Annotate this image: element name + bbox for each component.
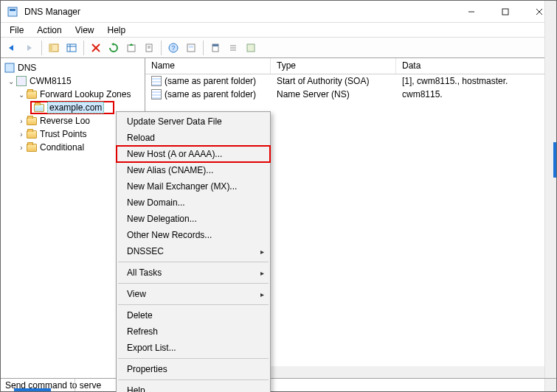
tree-label: Conditional — [40, 142, 84, 153]
svg-rect-22 — [212, 44, 218, 46]
show-hide-tree-button[interactable] — [46, 40, 62, 56]
tree-label: Trust Points — [40, 129, 87, 139]
toolbar-separator — [203, 41, 204, 55]
tree-label: Reverse Loo — [40, 116, 90, 126]
toolbar: ? — [1, 38, 556, 58]
cm-separator — [118, 304, 269, 305]
svg-rect-0 — [8, 7, 17, 16]
status-separator — [75, 379, 75, 391]
svg-rect-3 — [502, 9, 508, 15]
record-icon — [151, 89, 162, 99]
cm-help[interactable]: Help — [117, 382, 270, 392]
expand-icon[interactable]: › — [17, 130, 26, 139]
svg-rect-26 — [247, 44, 255, 52]
toolbar-separator — [83, 41, 84, 55]
tree-zone-example[interactable]: example.com — [30, 101, 114, 114]
cm-dnssec[interactable]: DNSSEC — [117, 243, 270, 259]
toolbar-separator — [161, 41, 162, 55]
svg-rect-1 — [10, 9, 15, 11]
tree-label: CWM8115 — [30, 76, 72, 86]
dns-app-icon — [7, 6, 18, 18]
tree-forward-zones[interactable]: ⌄ Forward Lookup Zones — [1, 88, 145, 101]
filter-button[interactable] — [207, 40, 224, 56]
expand-icon[interactable]: › — [17, 144, 26, 152]
tree-root-dns[interactable]: DNS — [1, 61, 145, 74]
folder-icon — [26, 115, 38, 127]
main-body: DNS ⌄ CWM8115 ⌄ Forward Lookup Zones exa… — [1, 58, 556, 378]
column-type[interactable]: Type — [271, 58, 396, 74]
cm-separator — [118, 358, 269, 359]
server-icon — [15, 75, 27, 87]
cm-separator — [118, 283, 269, 284]
cell-data: cwm8115. — [396, 89, 556, 99]
record-icon — [151, 76, 162, 86]
tree-server[interactable]: ⌄ CWM8115 — [1, 74, 145, 88]
menubar: File Action View Help — [1, 23, 556, 38]
cm-separator — [118, 379, 269, 380]
list-row[interactable]: (same as parent folder) Start of Authori… — [145, 74, 556, 88]
export-button[interactable] — [123, 40, 139, 56]
titlebar: DNS Manager — [1, 1, 556, 23]
cm-new-mx[interactable]: New Mail Exchanger (MX)... — [117, 178, 270, 195]
cm-properties[interactable]: Properties — [117, 361, 270, 377]
menu-view[interactable]: View — [69, 24, 100, 37]
cell-type: Start of Authority (SOA) — [271, 76, 396, 86]
tree-label: Forward Lookup Zones — [40, 89, 131, 99]
menu-action[interactable]: Action — [31, 24, 67, 37]
window-controls — [454, 1, 556, 22]
column-data[interactable]: Data — [396, 58, 556, 74]
folder-icon — [26, 128, 38, 140]
minimize-button[interactable] — [454, 1, 488, 22]
new-window-button[interactable] — [183, 40, 199, 56]
cm-separator — [118, 262, 269, 262]
column-name[interactable]: Name — [145, 58, 271, 74]
menu-file[interactable]: File — [4, 24, 30, 37]
dns-manager-window: DNS Manager File Action View Help ? — [0, 0, 557, 392]
cell-data: [1], cwm8115., hostmaster. — [396, 76, 556, 86]
properties-button[interactable] — [141, 40, 157, 56]
statusbar: Send command to serve — [1, 378, 556, 391]
action-button[interactable] — [243, 40, 259, 56]
svg-rect-27 — [5, 63, 14, 72]
svg-text:?: ? — [171, 44, 175, 52]
cm-refresh[interactable]: Refresh — [117, 323, 270, 340]
accent-segment — [14, 388, 51, 391]
cell-type: Name Server (NS) — [271, 89, 396, 99]
context-menu: Update Server Data File Reload New Host … — [116, 111, 271, 392]
back-button[interactable] — [4, 40, 20, 56]
list-button[interactable] — [225, 40, 241, 56]
accent-edge — [553, 142, 556, 178]
refresh-button[interactable] — [105, 40, 122, 56]
cm-new-domain[interactable]: New Domain... — [117, 195, 270, 211]
cm-reload[interactable]: Reload — [117, 130, 270, 146]
cm-new-host[interactable]: New Host (A or AAAA)... — [117, 146, 270, 162]
cell-name: (same as parent folder) — [165, 76, 256, 86]
folder-icon — [26, 88, 38, 100]
cm-view[interactable]: View — [117, 286, 270, 302]
cm-update-server-data[interactable]: Update Server Data File — [117, 113, 270, 130]
toolbar-separator — [41, 41, 42, 55]
folder-icon — [26, 141, 38, 153]
delete-button[interactable] — [88, 40, 104, 56]
forward-button[interactable] — [21, 40, 38, 56]
details-view-button[interactable] — [63, 40, 80, 56]
cm-new-alias[interactable]: New Alias (CNAME)... — [117, 162, 270, 178]
tree-label-selected: example.com — [47, 102, 104, 113]
cm-all-tasks[interactable]: All Tasks — [117, 265, 270, 281]
cm-other-records[interactable]: Other New Records... — [117, 227, 270, 243]
cm-delete[interactable]: Delete — [117, 307, 270, 323]
help-button[interactable]: ? — [165, 40, 181, 56]
expand-icon[interactable]: ⌄ — [17, 91, 26, 99]
cm-new-delegation[interactable]: New Delegation... — [117, 211, 270, 227]
expand-icon[interactable]: › — [17, 117, 26, 125]
list-row[interactable]: (same as parent folder) Name Server (NS)… — [145, 88, 556, 101]
svg-rect-7 — [49, 44, 52, 52]
menu-help[interactable]: Help — [102, 24, 132, 37]
maximize-button[interactable] — [488, 1, 522, 22]
vertical-scrollbar[interactable] — [544, 1, 556, 391]
zone-icon — [33, 102, 45, 113]
svg-rect-20 — [189, 46, 193, 48]
window-title: DNS Manager — [24, 7, 454, 17]
expand-icon[interactable]: ⌄ — [7, 77, 15, 85]
cm-export[interactable]: Export List... — [117, 340, 270, 356]
